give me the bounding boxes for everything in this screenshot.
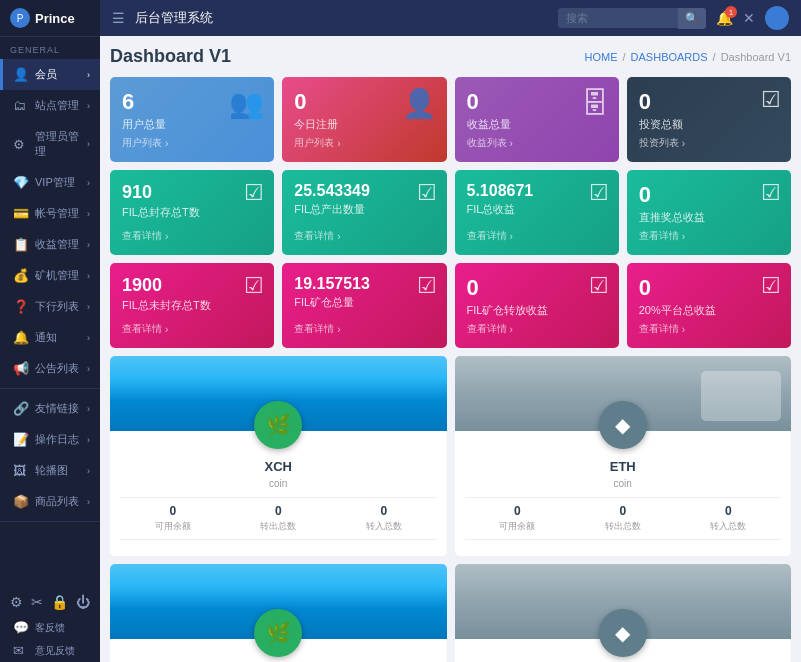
card-sub[interactable]: 查看详情 › bbox=[639, 229, 779, 243]
card-sub[interactable]: 查看详情 › bbox=[639, 322, 779, 336]
sidebar-item-operation[interactable]: 📝 操作日志 › bbox=[0, 424, 100, 455]
arrow-icon: › bbox=[87, 364, 90, 374]
card-sub[interactable]: 查看详情 › bbox=[467, 229, 607, 243]
card-total-income: 0 收益总量 收益列表 › 🗄 bbox=[455, 77, 619, 162]
tools-icon[interactable]: ✂ bbox=[31, 594, 43, 610]
vip-icon: 💎 bbox=[13, 175, 29, 190]
sidebar: P Prince GENERAL 👤 会员 › 🗂 站点管理 › ⚙ 管理员管理… bbox=[0, 0, 100, 662]
invite-icon: ✉ bbox=[13, 643, 29, 658]
card-today-reg: 0 今日注册 用户列表 › 👤 bbox=[282, 77, 446, 162]
power-icon[interactable]: ⏻ bbox=[76, 594, 90, 610]
xch-stats: 0 可用余额 0 转出总数 0 转入总数 bbox=[120, 497, 437, 540]
card-sub[interactable]: 查看详情 › bbox=[467, 322, 607, 336]
sidebar-item-chart[interactable]: 🖼 轮播图 › bbox=[0, 455, 100, 486]
card-sub[interactable]: 投资列表 › bbox=[639, 136, 779, 150]
card-value: 25.543349 bbox=[294, 182, 434, 200]
users-icon: 👤 bbox=[13, 67, 29, 82]
stat-value: 0 bbox=[605, 504, 641, 518]
card-label: 直推奖总收益 bbox=[639, 210, 779, 225]
order-icon: 📋 bbox=[13, 237, 29, 252]
stat-label: 可用余额 bbox=[155, 520, 191, 533]
card-icon: 👥 bbox=[229, 87, 264, 120]
sidebar-label: 公告列表 bbox=[35, 361, 79, 376]
sidebar-item-pay[interactable]: 💳 帐号管理 › bbox=[0, 198, 100, 229]
sidebar-label: 操作日志 bbox=[35, 432, 79, 447]
xch2-coin-icon: 🌿 bbox=[254, 609, 302, 657]
top-navigation: ☰ 后台管理系统 🔍 🔔 1 ✕ bbox=[100, 0, 801, 36]
card-label: 投资总额 bbox=[639, 117, 779, 132]
card-sub[interactable]: 用户列表 › bbox=[294, 136, 434, 150]
eth-coin-name: ETH bbox=[465, 459, 782, 474]
sidebar-item-product[interactable]: 📦 商品列表 › bbox=[0, 486, 100, 517]
xch-header: 🌿 bbox=[110, 356, 447, 431]
card-sub[interactable]: 查看详情 › bbox=[122, 229, 262, 243]
sidebar-label: 客反馈 bbox=[35, 621, 65, 635]
notification-badge: 1 bbox=[725, 6, 737, 18]
check-icon: ☑ bbox=[761, 87, 781, 113]
sidebar-section-label: GENERAL bbox=[0, 37, 100, 59]
eth-stats: 0 可用余额 0 转出总数 0 转入总数 bbox=[465, 497, 782, 540]
close-icon[interactable]: ✕ bbox=[743, 10, 755, 26]
card-total-invest: 0 投资总额 投资列表 › ☑ bbox=[627, 77, 791, 162]
sidebar-item-partner[interactable]: 🔗 友情链接 › bbox=[0, 393, 100, 424]
sidebar-item-vip[interactable]: 💎 VIP管理 › bbox=[0, 167, 100, 198]
xch-coin-icon: 🌿 bbox=[254, 401, 302, 449]
partner-icon: 🔗 bbox=[13, 401, 29, 416]
hamburger-icon[interactable]: ☰ bbox=[112, 10, 125, 26]
app-name: Prince bbox=[35, 11, 75, 26]
search-area: 🔍 bbox=[558, 8, 706, 29]
sidebar-item-announce[interactable]: 📢 公告列表 › bbox=[0, 353, 100, 384]
card-sub[interactable]: 查看详情 › bbox=[294, 322, 434, 336]
topnav-icons: 🔔 1 ✕ bbox=[716, 6, 789, 30]
card-sub[interactable]: 查看详情 › bbox=[122, 322, 262, 336]
card-label: FIL矿仓总量 bbox=[294, 295, 434, 310]
finance-icon: 💰 bbox=[13, 268, 29, 283]
search-button[interactable]: 🔍 bbox=[678, 8, 706, 29]
xch-stat-1: 0 转出总数 bbox=[260, 504, 296, 533]
sidebar-item-invite[interactable]: ✉ 意见反馈 bbox=[0, 639, 100, 662]
card-sub[interactable]: 收益列表 › bbox=[467, 136, 607, 150]
settings-icon[interactable]: ⚙ bbox=[10, 594, 23, 610]
xch2-header: 🌿 bbox=[110, 564, 447, 639]
breadcrumb-sep: / bbox=[623, 51, 626, 63]
xch-stat-2: 0 转入总数 bbox=[366, 504, 402, 533]
stat-label: 可用余额 bbox=[499, 520, 535, 533]
notification-icon[interactable]: 🔔 1 bbox=[716, 10, 733, 26]
sidebar-item-order[interactable]: 📋 收益管理 › bbox=[0, 229, 100, 260]
sidebar-divider-2 bbox=[0, 521, 100, 522]
check-icon: ☑ bbox=[417, 273, 437, 299]
lock-icon[interactable]: 🔒 bbox=[51, 594, 68, 610]
xch-panel-simple: 🌿 XCH coin 0 可用余额 0 转出总数 bbox=[110, 356, 447, 556]
eth-panel-detail: ◆ ETH coin 0 可用余额 0 转出总数 bbox=[455, 564, 792, 662]
breadcrumb-sep2: / bbox=[713, 51, 716, 63]
check-icon: ☑ bbox=[244, 180, 264, 206]
stat-label: 转出总数 bbox=[260, 520, 296, 533]
sidebar-item-help[interactable]: ❓ 下行列表 › bbox=[0, 291, 100, 322]
notify-icon: 🔔 bbox=[13, 330, 29, 345]
sidebar-item-finance[interactable]: 💰 矿机管理 › bbox=[0, 260, 100, 291]
sidebar-item-users[interactable]: 👤 会员 › bbox=[0, 59, 100, 90]
breadcrumb-section[interactable]: DASHBOARDS bbox=[631, 51, 708, 63]
card-sub[interactable]: 查看详情 › bbox=[294, 229, 434, 243]
card-sub[interactable]: 用户列表 › bbox=[122, 136, 262, 150]
sidebar-item-notify[interactable]: 🔔 通知 › bbox=[0, 322, 100, 353]
sidebar-item-sys-mgmt[interactable]: ⚙ 管理员管理 › bbox=[0, 121, 100, 167]
card-value: 910 bbox=[122, 182, 262, 203]
xch-coin-sub: coin bbox=[120, 478, 437, 489]
eth-coin-icon: ◆ bbox=[599, 401, 647, 449]
search-input[interactable] bbox=[558, 8, 678, 28]
breadcrumb: HOME / DASHBOARDS / Dashboard V1 bbox=[585, 51, 791, 63]
card-value: 19.157513 bbox=[294, 275, 434, 293]
coin-panels-row1: 🌿 XCH coin 0 可用余额 0 转出总数 bbox=[110, 356, 791, 556]
sidebar-divider bbox=[0, 388, 100, 389]
sidebar-label: 管理员管理 bbox=[35, 129, 87, 159]
arrow-icon: › bbox=[87, 101, 90, 111]
breadcrumb-home[interactable]: HOME bbox=[585, 51, 618, 63]
arrow-icon: › bbox=[87, 70, 90, 80]
sidebar-item-site-mgmt[interactable]: 🗂 站点管理 › bbox=[0, 90, 100, 121]
card-value: 0 bbox=[467, 275, 607, 301]
sidebar-label: 友情链接 bbox=[35, 401, 79, 416]
sidebar-item-feedback[interactable]: 💬 客反馈 bbox=[0, 616, 100, 639]
eth-header: ◆ bbox=[455, 356, 792, 431]
user-avatar[interactable] bbox=[765, 6, 789, 30]
